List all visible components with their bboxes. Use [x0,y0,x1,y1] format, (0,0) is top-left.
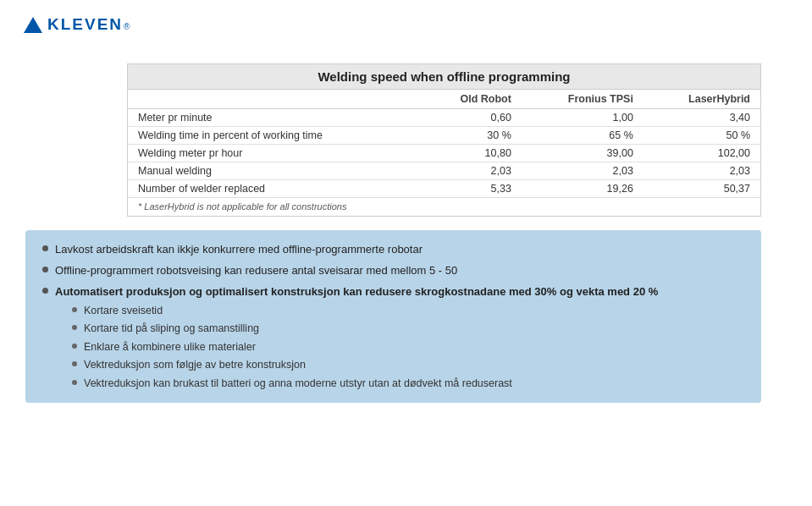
logo-text: KLEVEN ® [47,15,130,34]
sub-bullet-dot-icon [72,380,77,385]
table-cell-label: Meter pr minute [128,109,420,127]
table-cell-label: Manual welding [128,162,420,180]
table-cell-col2: 2,03 [522,162,644,180]
table-section: Welding speed when offline programming O… [127,63,761,217]
logo-name: KLEVEN [47,15,123,34]
table-cell-col2: 19,26 [522,180,644,198]
bullet-dot-icon [42,267,48,272]
sub-bullet-text: Enklare å kombinere ulike materialer [84,340,256,355]
sub-bullet-dot-icon [72,344,77,349]
logo-area: KLEVEN ® [24,15,130,34]
table-cell-col2: 39,00 [522,145,644,162]
bullet-item: Lavkost arbeidskraft kan ikkje konkurrer… [42,242,744,257]
logo-registered: ® [124,22,130,31]
table-cell-col3: 2,03 [644,162,760,180]
table-row: Welding meter pr hour10,8039,00102,00 [128,145,760,162]
table-cell-col2: 65 % [522,127,644,145]
bullet-text-wrapper: Automatisert produksjon og optimalisert … [55,284,658,391]
sub-bullet-text: Kortare tid på sliping og samanstilling [84,322,259,337]
sub-bullet-text: Kortare sveisetid [84,304,163,319]
table-cell-col1: 2,03 [420,162,522,180]
sub-bullet-item: Vektreduksjon kan brukast til batteri og… [72,377,658,392]
table-cell-col3: 102,00 [644,145,760,162]
sub-bullet-text: Vektreduksjon kan brukast til batteri og… [84,377,512,392]
bullet-text: Offline-programmert robotsveising kan re… [55,264,457,277]
table-cell-col1: 30 % [420,127,522,145]
table-cell-col3: 50 % [644,127,760,145]
bullet-text-wrapper: Offline-programmert robotsveising kan re… [55,263,457,278]
col-header-label [128,90,420,109]
page: KLEVEN ® Welding speed when offline prog… [0,0,812,506]
table-cell-col1: 0,60 [420,109,522,127]
bullet-text-wrapper: Lavkost arbeidskraft kan ikkje konkurrer… [55,242,423,257]
sub-bullet-item: Enklare å kombinere ulike materialer [72,340,658,355]
main-content: Welding speed when offline programming O… [25,63,787,403]
table-row: Number of welder replaced5,3319,2650,37 [128,180,760,198]
sub-bullet-dot-icon [72,361,77,366]
bullet-text: Automatisert produksjon og optimalisert … [55,285,658,298]
bullet-item: Offline-programmert robotsveising kan re… [42,263,744,278]
sub-bullet-dot-icon [72,307,77,312]
table-header-row: Old Robot Fronius TPSi LaserHybrid [128,90,760,109]
table-row: Meter pr minute0,601,003,40 [128,109,760,127]
table-cell-col3: 3,40 [644,109,760,127]
bullet-item: Automatisert produksjon og optimalisert … [42,284,744,391]
bullet-dot-icon [42,245,48,251]
table-title: Welding speed when offline programming [128,64,760,90]
table-row: Manual welding2,032,032,03 [128,162,760,180]
sub-bullet-item: Kortare sveisetid [72,304,658,319]
bullet-text: Lavkost arbeidskraft kan ikkje konkurrer… [55,243,423,256]
table-footnote: * LaserHybrid is not applicable for all … [128,197,760,216]
sub-bullet-item: Kortare tid på sliping og samanstilling [72,322,658,337]
table-cell-col1: 10,80 [420,145,522,162]
bullet-section: Lavkost arbeidskraft kan ikkje konkurrer… [25,230,761,403]
sub-bullets: Kortare sveisetidKortare tid på sliping … [72,304,658,392]
table-cell-label: Welding meter pr hour [128,145,420,162]
col-header-col2: Fronius TPSi [522,90,644,109]
table-cell-col2: 1,00 [522,109,644,127]
col-header-col3: LaserHybrid [644,90,760,109]
col-header-col1: Old Robot [420,90,522,109]
table-row: Welding time in percent of working time3… [128,127,760,145]
table-cell-label: Number of welder replaced [128,180,420,198]
sub-bullet-text: Vektreduksjon som følgje av betre konstr… [84,358,306,373]
table-cell-label: Welding time in percent of working time [128,127,420,145]
sub-bullet-dot-icon [72,325,77,330]
kleven-triangle-icon [24,17,42,33]
data-table: Old Robot Fronius TPSi LaserHybrid Meter… [128,90,760,197]
bullet-dot-icon [42,288,48,294]
table-cell-col1: 5,33 [420,180,522,198]
sub-bullet-item: Vektreduksjon som følgje av betre konstr… [72,358,658,373]
table-cell-col3: 50,37 [644,180,760,198]
